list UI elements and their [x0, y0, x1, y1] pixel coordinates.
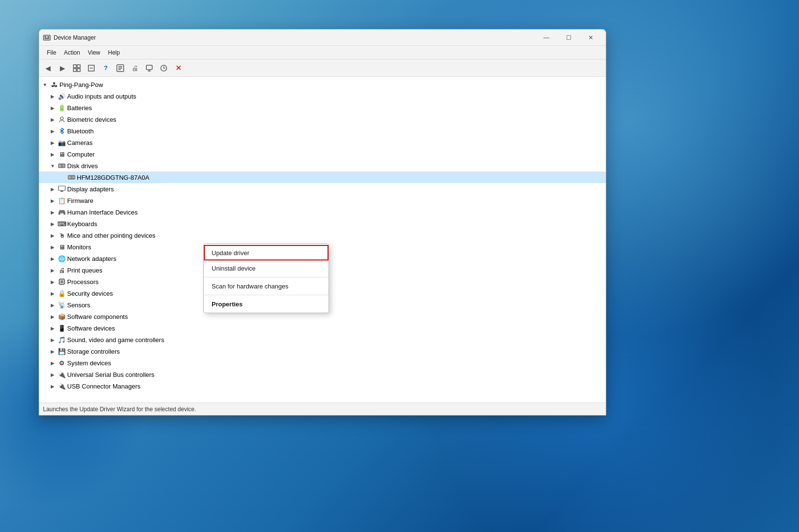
svg-rect-6 — [73, 69, 76, 72]
svg-rect-29 — [60, 280, 63, 283]
expand-bluetooth[interactable]: ▶ — [49, 127, 57, 135]
expand-sound[interactable]: ▶ — [49, 336, 57, 344]
device-manager-window: Device Manager — ☐ ✕ File Action View He… — [39, 29, 606, 416]
software-dev-icon: 📱 — [58, 324, 66, 332]
keyboards-icon: ⌨ — [58, 220, 66, 228]
expand-computer[interactable]: ▶ — [49, 150, 57, 158]
close-button[interactable]: ✕ — [580, 29, 602, 46]
maximize-button[interactable]: ☐ — [557, 29, 580, 46]
tree-diskdrives[interactable]: ▼ Disk drives — [39, 160, 606, 172]
tree-software-dev[interactable]: ▶ 📱 Software devices — [39, 322, 606, 334]
tree-batteries[interactable]: ▶ 🔋 Batteries — [39, 102, 606, 114]
monitors-icon: 🖥 — [58, 243, 66, 251]
tree-keyboards[interactable]: ▶ ⌨ Keyboards — [39, 218, 606, 230]
expand-network[interactable]: ▶ — [49, 255, 57, 262]
toolbar-update[interactable] — [157, 61, 171, 75]
ctx-uninstall-device[interactable]: Uninstall device — [204, 260, 328, 276]
tree-storage[interactable]: ▶ 💾 Storage controllers — [39, 345, 606, 357]
tree-firmware[interactable]: ▶ 📋 Firmware — [39, 195, 606, 206]
print-icon: 🖨 — [58, 266, 66, 274]
minimize-button[interactable]: — — [535, 29, 557, 46]
toolbar-properties[interactable] — [114, 61, 127, 75]
ctx-update-driver[interactable]: Update driver — [204, 245, 328, 260]
ctx-properties[interactable]: Properties — [204, 296, 328, 312]
software-comp-label: Software components — [67, 313, 128, 320]
display-icon — [58, 185, 66, 193]
biometric-icon — [58, 115, 66, 123]
device-tree[interactable]: ▼ 🖧 Ping-Pang-Pow ▶ 🔊 Audio inputs and o… — [39, 77, 606, 403]
expand-software-dev[interactable]: ▶ — [49, 324, 57, 332]
tree-bluetooth[interactable]: ▶ Bluetooth — [39, 125, 606, 137]
print-label: Print queues — [67, 267, 102, 274]
expand-cameras[interactable]: ▶ — [49, 139, 57, 146]
tree-hid[interactable]: ▶ 🎮 Human Interface Devices — [39, 206, 606, 218]
tree-display[interactable]: ▶ Display adapters — [39, 183, 606, 195]
usb-label: Universal Serial Bus controllers — [67, 371, 155, 378]
statusbar: Launches the Update Driver Wizard for th… — [39, 403, 606, 415]
expand-audio[interactable]: ▶ — [49, 92, 57, 100]
toolbar-expand-all[interactable] — [70, 61, 84, 75]
expand-print[interactable]: ▶ — [49, 266, 57, 274]
toolbar-forward[interactable]: ▶ — [56, 61, 69, 75]
sound-icon: 🎵 — [58, 336, 66, 344]
sensors-label: Sensors — [67, 302, 90, 309]
expand-sensors[interactable]: ▶ — [49, 301, 57, 309]
processors-label: Processors — [67, 278, 99, 286]
svg-point-18 — [60, 117, 63, 120]
svg-rect-14 — [146, 65, 152, 70]
expand-batteries[interactable]: ▶ — [49, 104, 57, 112]
toolbar-collapse-all[interactable] — [85, 61, 98, 75]
toolbar-scan[interactable] — [143, 61, 156, 75]
expand-usb-conn[interactable]: ▶ — [49, 382, 57, 390]
expand-keyboards[interactable]: ▶ — [49, 220, 57, 228]
expand-firmware[interactable]: ▶ — [49, 197, 57, 204]
tree-computer[interactable]: ▶ 🖥 Computer — [39, 148, 606, 160]
sensors-icon: 📡 — [58, 301, 66, 309]
usb-conn-label: USB Connector Managers — [67, 383, 141, 390]
expand-system[interactable]: ▶ — [49, 359, 57, 367]
ctx-scan-label: Scan for hardware changes — [212, 283, 288, 290]
menu-view[interactable]: View — [84, 48, 104, 57]
expand-software-comp[interactable]: ▶ — [49, 313, 57, 320]
tree-cameras[interactable]: ▶ 📷 Cameras — [39, 137, 606, 148]
tree-audio[interactable]: ▶ 🔊 Audio inputs and outputs — [39, 90, 606, 102]
tree-sound[interactable]: ▶ 🎵 Sound, video and game controllers — [39, 334, 606, 345]
expand-biometric[interactable]: ▶ — [49, 115, 57, 123]
toolbar-uninstall[interactable]: ✕ — [171, 61, 185, 75]
expand-display[interactable]: ▶ — [49, 185, 57, 193]
expand-storage[interactable]: ▶ — [49, 347, 57, 355]
expand-diskdrives[interactable]: ▼ — [49, 162, 57, 170]
statusbar-text: Launches the Update Driver Wizard for th… — [43, 406, 196, 413]
hid-label: Human Interface Devices — [67, 209, 138, 216]
menubar: File Action View Help — [39, 46, 606, 59]
toolbar-back[interactable]: ◀ — [41, 61, 55, 75]
svg-rect-4 — [73, 65, 76, 68]
menu-file[interactable]: File — [43, 48, 60, 57]
toolbar-print[interactable]: 🖨 — [128, 61, 142, 75]
menu-help[interactable]: Help — [104, 48, 124, 57]
hfm-icon — [68, 173, 75, 181]
expand-processors[interactable]: ▶ — [49, 278, 57, 286]
mice-label: Mice and other pointing devices — [67, 232, 156, 239]
tree-hfm-drive[interactable]: ▶ HFM128GDGTNG-87A0A — [39, 172, 606, 183]
network-icon: 🌐 — [58, 255, 66, 262]
tree-root[interactable]: ▼ 🖧 Ping-Pang-Pow — [39, 79, 606, 90]
tree-usb[interactable]: ▶ 🔌 Universal Serial Bus controllers — [39, 369, 606, 380]
expand-monitors[interactable]: ▶ — [49, 243, 57, 251]
menu-action[interactable]: Action — [60, 48, 84, 57]
expand-mice[interactable]: ▶ — [49, 231, 57, 239]
tree-usb-conn[interactable]: ▶ 🔌 USB Connector Managers — [39, 380, 606, 392]
ctx-scan[interactable]: Scan for hardware changes — [204, 278, 328, 294]
context-menu: Update driver Uninstall device Scan for … — [203, 244, 329, 313]
tree-system[interactable]: ▶ ⚙ System devices — [39, 357, 606, 369]
tree-biometric[interactable]: ▶ Biometric devices — [39, 114, 606, 125]
cameras-icon: 📷 — [58, 139, 66, 146]
cameras-label: Cameras — [67, 139, 93, 146]
toolbar-help[interactable]: ? — [99, 61, 113, 75]
expand-security[interactable]: ▶ — [49, 289, 57, 297]
expand-usb[interactable]: ▶ — [49, 371, 57, 378]
tree-mice[interactable]: ▶ 🖱 Mice and other pointing devices — [39, 230, 606, 241]
monitors-label: Monitors — [67, 244, 91, 251]
expand-hid[interactable]: ▶ — [49, 208, 57, 216]
expand-root[interactable]: ▼ — [41, 81, 49, 88]
